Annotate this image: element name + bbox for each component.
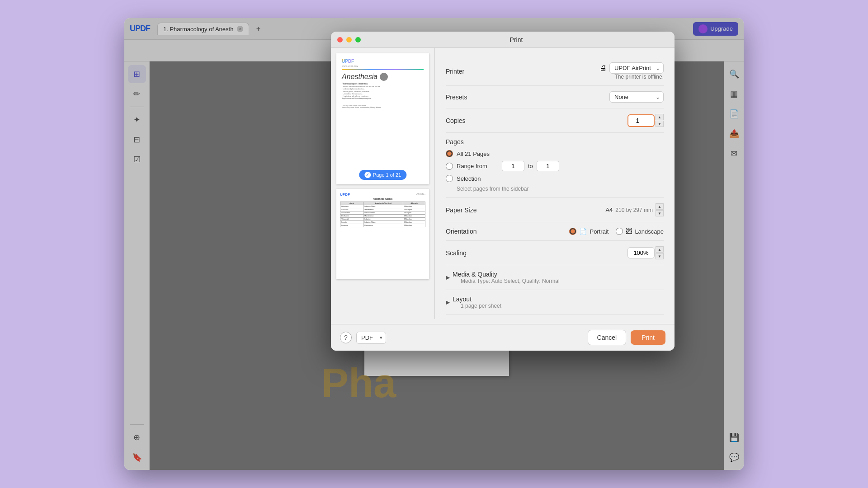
preview-page-1-wrapper: UPDF WWW.UPDF.COM Anesthesia Pharmacolog… (336, 53, 429, 184)
range-row: Range from to (446, 161, 664, 171)
range-to-input[interactable] (537, 161, 559, 171)
landscape-icon: 🖼 (626, 228, 632, 235)
media-quality-detail: Media Type: Auto Select, Quality: Normal (461, 278, 560, 284)
copies-increment[interactable]: ▲ (656, 114, 664, 120)
selection-hint: Select pages from the sidebar (457, 186, 664, 192)
media-quality-label: Media & Quality (453, 271, 560, 278)
scaling-label: Scaling (446, 249, 467, 257)
printer-icon: 🖨 (599, 64, 607, 72)
dialog-overlay: Print UPDF WWW.UPDF.COM (124, 18, 744, 470)
pdf-select-wrapper: PDF (356, 332, 386, 344)
portrait-option: 📄 Portrait (569, 228, 609, 235)
all-pages-label[interactable]: All 21 Pages (457, 150, 490, 157)
all-pages-radio[interactable] (446, 150, 453, 157)
cancel-button[interactable]: Cancel (588, 330, 627, 345)
orientation-options: 📄 Portrait 🖼 Landscape (569, 228, 664, 235)
scaling-row: Scaling ▲ ▼ (446, 241, 664, 265)
help-button[interactable]: ? (340, 332, 352, 343)
scaling-stepper: ▲ ▼ (656, 246, 664, 259)
selection-label[interactable]: Selection (457, 175, 481, 182)
layout-arrow: ▶ (446, 299, 450, 305)
paper-size-value: A4 (605, 206, 613, 213)
scaling-input[interactable] (627, 247, 655, 258)
pdf-format-select[interactable]: PDF (356, 332, 386, 344)
portrait-label[interactable]: Portrait (590, 228, 609, 235)
dialog-title: Print (364, 36, 668, 43)
range-from-input[interactable] (502, 161, 524, 171)
layout-detail: 1 page per sheet (461, 303, 501, 309)
orientation-label: Orientation (446, 228, 476, 235)
preview-page-1: UPDF WWW.UPDF.COM Anesthesia Pharmacolog… (336, 53, 429, 184)
copies-row: Copies ▲ ▼ (446, 108, 664, 133)
printer-select[interactable]: UPDF AirPrint (609, 62, 664, 74)
copies-label: Copies (446, 117, 466, 124)
presets-select[interactable]: None (609, 91, 664, 103)
landscape-option: 🖼 Landscape (616, 228, 664, 235)
print-dialog: Print UPDF WWW.UPDF.COM (331, 32, 675, 351)
selection-radio[interactable] (446, 175, 453, 182)
paper-size-label: Paper Size (446, 206, 476, 214)
range-inputs: to (502, 161, 559, 171)
settings-panel: Printer 🖨 UPDF AirPrint (435, 48, 675, 324)
media-quality-row[interactable]: ▶ Media & Quality Media Type: Auto Selec… (446, 265, 664, 290)
copies-control: ▲ ▼ (627, 114, 664, 127)
copies-input[interactable] (627, 114, 655, 127)
range-radio[interactable] (446, 163, 453, 170)
dialog-footer: ? PDF Cancel Print (331, 324, 675, 351)
copies-stepper: ▲ ▼ (656, 114, 664, 127)
layout-row[interactable]: ▶ Layout 1 page per sheet (446, 290, 664, 315)
dialog-body: UPDF WWW.UPDF.COM Anesthesia Pharmacolog… (331, 48, 675, 324)
pages-header: Pages (446, 138, 664, 145)
printer-select-wrapper: UPDF AirPrint (609, 62, 664, 74)
presets-select-wrapper: None (609, 91, 664, 103)
orientation-row: Orientation 📄 Portrait 🖼 Landscape (446, 222, 664, 241)
printer-value-area: 🖨 UPDF AirPrint The printer is offline. (599, 62, 664, 80)
paper-size-control: A4 210 by 297 mm ▲ ▼ (605, 203, 664, 216)
preview-check-icon: ✓ (364, 172, 371, 178)
landscape-radio[interactable] (616, 228, 623, 235)
printer-label: Printer (446, 68, 464, 75)
copies-decrement[interactable]: ▼ (656, 121, 664, 127)
printer-status: The printer is offline. (615, 74, 664, 80)
paper-size-stepper: ▲ ▼ (656, 203, 664, 216)
media-quality-arrow: ▶ (446, 274, 450, 281)
landscape-label[interactable]: Landscape (635, 228, 664, 235)
printer-row: Printer 🖨 UPDF AirPrint (446, 57, 664, 86)
paper-size-row: Paper Size A4 210 by 297 mm ▲ ▼ (446, 198, 664, 222)
print-button[interactable]: Print (631, 330, 665, 345)
scaling-control: ▲ ▼ (627, 246, 664, 259)
range-label[interactable]: Range from (457, 163, 487, 169)
layout-label: Layout (453, 296, 501, 303)
preview-page-2: UPDF Anesth... Anesthetic Agents AgentAn… (336, 189, 429, 279)
preview-page-indicator: ✓ Page 1 of 21 (359, 170, 406, 180)
portrait-radio[interactable] (569, 228, 576, 235)
scaling-increment[interactable]: ▲ (656, 246, 664, 253)
all-pages-row: All 21 Pages (446, 150, 664, 157)
paper-size-decrement[interactable]: ▼ (656, 210, 664, 216)
paper-size-increment[interactable]: ▲ (656, 203, 664, 210)
paper-size-detail: 210 by 297 mm (615, 207, 653, 213)
traffic-light-minimize[interactable] (346, 37, 352, 42)
dialog-titlebar: Print (331, 32, 675, 48)
presets-row: Presets None (446, 86, 664, 108)
preview-panel: UPDF WWW.UPDF.COM Anesthesia Pharmacolog… (331, 48, 435, 319)
portrait-icon: 📄 (579, 228, 587, 235)
scaling-decrement[interactable]: ▼ (656, 253, 664, 259)
presets-label: Presets (446, 94, 467, 101)
selection-row: Selection (446, 175, 664, 182)
traffic-light-close[interactable] (337, 37, 343, 42)
pages-section: Pages All 21 Pages Range from to (446, 133, 664, 198)
traffic-light-maximize[interactable] (355, 37, 361, 42)
